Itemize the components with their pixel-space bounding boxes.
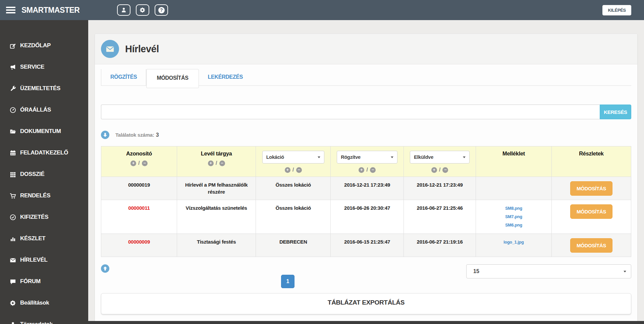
gear-icon[interactable] — [136, 4, 149, 16]
folder-icon — [9, 128, 17, 135]
sidebar-item-label: Törzsadatok — [20, 321, 53, 324]
chevron-down-icon — [391, 156, 393, 158]
attachment-link[interactable]: SM7.png — [479, 213, 548, 221]
envelope-icon — [101, 40, 119, 58]
cell-location: DEBRECEN — [256, 234, 331, 257]
sidebar-item-torzsadatok[interactable]: Törzsadatok — [0, 314, 88, 324]
content-panel: Hírlevél RÖGZÍTÉS MÓDOSÍTÁS LEKÉRDEZÉS K… — [95, 34, 638, 324]
search-input[interactable] — [101, 105, 600, 119]
cell-sent: 2016-06-27 21:25:46 — [404, 200, 476, 234]
comment-icon — [9, 278, 17, 285]
collapse-down-icon[interactable] — [101, 131, 109, 139]
filter-select-rogzitve[interactable]: Rögzítve — [337, 151, 397, 164]
cart-icon — [9, 193, 17, 199]
sidebar: KEZDŐLAPSERVICEÜZEMELTETÉSÓRAÁLLÁSDOKUME… — [0, 20, 88, 324]
sort-desc-icon[interactable]: − — [296, 167, 302, 173]
sort-asc-icon[interactable]: + — [431, 167, 437, 173]
modify-button[interactable]: MÓDOSÍTÁS — [570, 181, 612, 196]
sidebar-item-forum[interactable]: FÓRUM — [0, 271, 88, 292]
user-icon — [9, 321, 17, 324]
page-1-button[interactable]: 1 — [281, 275, 294, 288]
sort-desc-icon[interactable]: − — [442, 167, 448, 173]
attachment-link[interactable]: SM8.png — [479, 204, 548, 213]
search-button[interactable]: KERESÉS — [600, 105, 631, 119]
menu-icon[interactable] — [6, 5, 15, 15]
sidebar-item-label: KÉSZLET — [20, 235, 45, 242]
tab-lekerdezes[interactable]: LEKÉRDEZÉS — [199, 69, 252, 86]
sidebar-item-rendeles[interactable]: RENDELÉS — [0, 185, 88, 206]
main-content: Hírlevél RÖGZÍTÉS MÓDOSÍTÁS LEKÉRDEZÉS K… — [88, 20, 644, 324]
column-title: Levél tárgya — [180, 150, 253, 157]
sort-controls: +/− — [180, 160, 253, 167]
sidebar-item-kifizetes[interactable]: KIFIZETÉS — [0, 206, 88, 228]
app-brand: SMARTMASTER — [21, 6, 79, 15]
filter-select-lokacio[interactable]: Lokáció — [262, 151, 324, 164]
check-circle-icon — [9, 214, 17, 220]
filter-select-elkuldve[interactable]: Elküldve — [410, 151, 470, 164]
sidebar-item-kezdolap[interactable]: KEZDŐLAP — [0, 35, 88, 56]
table-header-row: Azonosító+/−Levél tárgya+/−Lokáció+/−Rög… — [101, 146, 631, 177]
sidebar-item-beallitasok[interactable]: Beállítások — [0, 292, 88, 314]
cell-attachments — [476, 177, 552, 200]
cell-sent: 2016-06-27 21:19:16 — [404, 234, 476, 257]
column-title: Részletek — [554, 150, 628, 157]
sidebar-item-label: FELADATKEZELŐ — [20, 149, 68, 156]
gear-icon — [9, 300, 17, 306]
sidebar-item-label: RENDELÉS — [20, 192, 50, 199]
column-header-melleklet: Melléklet — [476, 146, 552, 177]
navbar-icon-group: ? — [117, 4, 173, 16]
sort-asc-icon[interactable]: + — [208, 160, 214, 166]
sidebar-item-uzemeltetes[interactable]: ÜZEMELTETÉS — [0, 78, 88, 99]
sort-asc-icon[interactable]: + — [130, 160, 136, 166]
sort-desc-icon[interactable]: − — [219, 160, 225, 166]
column-header-lokacio: Lokáció+/− — [256, 146, 331, 177]
sidebar-item-feladatkezelo[interactable]: FELADATKEZELŐ — [0, 142, 88, 164]
page-header: Hírlevél — [95, 34, 637, 64]
table-row: 00000019Hírlevél a PM felhasználólk rész… — [101, 177, 631, 200]
column-header-elkuldve: Elküldve+/− — [404, 146, 476, 177]
attachment-link[interactable]: SM6.png — [479, 221, 548, 230]
sidebar-item-dosszie[interactable]: DOSSZIÉ — [0, 164, 88, 185]
user-icon[interactable] — [117, 4, 130, 16]
help-icon[interactable]: ? — [155, 4, 168, 16]
sort-desc-icon[interactable]: − — [370, 167, 376, 173]
sidebar-item-label: HÍRLEVÉL — [20, 257, 48, 263]
page-title: Hírlevél — [125, 44, 159, 55]
cell-recorded: 2016-06-26 20:30:47 — [331, 200, 404, 234]
scroll-top-icon[interactable] — [101, 264, 109, 273]
sidebar-item-hirlevel[interactable]: HÍRLEVÉL — [0, 249, 88, 271]
table-body: 00000019Hírlevél a PM felhasználólk rész… — [101, 177, 631, 257]
table-row: 00000011Vízszolgáltatás szünetelésÖsszes… — [101, 200, 631, 234]
sidebar-item-dokumentum[interactable]: DOKUMENTUM — [0, 121, 88, 142]
envelope-icon — [9, 257, 17, 263]
sidebar-item-label: ÜZEMELTETÉS — [20, 85, 60, 92]
tab-modositas[interactable]: MÓDOSÍTÁS — [146, 69, 199, 88]
cell-attachments: logo_1.jpg — [476, 234, 552, 257]
cell-id: 00000011 — [101, 200, 177, 234]
modify-button[interactable]: MÓDOSÍTÁS — [570, 238, 612, 253]
sidebar-item-keszlet[interactable]: KÉSZLET — [0, 228, 88, 249]
attachment-link[interactable]: logo_1.jpg — [479, 238, 548, 247]
top-navbar: SMARTMASTER ? KILÉPÉS — [0, 0, 644, 20]
sort-asc-icon[interactable]: + — [285, 167, 290, 173]
table-row: 00000009Tisztasági festésDEBRECEN2016-06… — [101, 234, 631, 257]
logout-button[interactable]: KILÉPÉS — [602, 5, 631, 15]
search-bar: KERESÉS — [101, 105, 631, 119]
panel-body: RÖGZÍTÉS MÓDOSÍTÁS LEKÉRDEZÉS KERESÉS Ta… — [95, 64, 637, 321]
sort-controls: +/− — [407, 167, 473, 173]
sidebar-item-service[interactable]: SERVICE — [0, 56, 88, 78]
sidebar-item-label: FÓRUM — [20, 278, 41, 285]
column-title: Melléklet — [479, 150, 549, 157]
cell-id: 00000009 — [101, 234, 177, 257]
results-row: Találatok száma: 3 — [101, 131, 631, 139]
cell-attachments: SM8.pngSM7.pngSM6.png — [476, 200, 552, 234]
tab-rogzites[interactable]: RÖGZÍTÉS — [101, 69, 146, 86]
page-size-select[interactable]: 15 — [466, 264, 631, 278]
table-export-button[interactable]: TÁBLÁZAT EXPORTÁLÁS — [101, 293, 631, 314]
column-title: Azonosító — [104, 150, 174, 157]
sort-asc-icon[interactable]: + — [359, 167, 364, 173]
column-header-targy: Levél tárgya+/− — [177, 146, 256, 177]
modify-button[interactable]: MÓDOSÍTÁS — [570, 204, 612, 219]
sidebar-item-oraallas[interactable]: ÓRAÁLLÁS — [0, 99, 88, 121]
sort-desc-icon[interactable]: − — [142, 160, 148, 166]
